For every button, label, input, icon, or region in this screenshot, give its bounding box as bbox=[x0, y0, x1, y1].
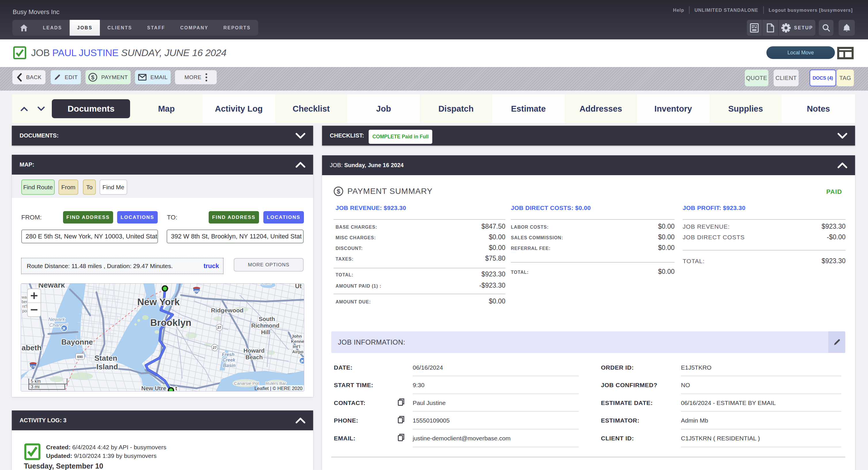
svg-text:278: 278 bbox=[31, 365, 36, 368]
svg-text:Leaflet | © HERE 2020: Leaflet | © HERE 2020 bbox=[254, 386, 303, 391]
svg-text:27: 27 bbox=[213, 346, 217, 350]
svg-text:Int'l: Int'l bbox=[293, 344, 300, 349]
svg-text:South: South bbox=[259, 316, 275, 322]
svg-text:Howard: Howard bbox=[244, 347, 265, 354]
svg-text:Ridgewood: Ridgewood bbox=[211, 307, 244, 313]
svg-text:Airpo: Airpo bbox=[292, 349, 303, 354]
svg-text:Island: Island bbox=[96, 362, 118, 371]
svg-text:Bayonne: Bayonne bbox=[61, 338, 93, 346]
svg-text:John: John bbox=[291, 334, 302, 339]
svg-text:Kenne: Kenne bbox=[291, 339, 304, 344]
svg-text:Newark: Newark bbox=[38, 283, 65, 289]
svg-text:5 km: 5 km bbox=[31, 379, 41, 384]
svg-text:Ut: Ut bbox=[295, 283, 302, 290]
svg-text:Brooklyn: Brooklyn bbox=[150, 317, 191, 328]
svg-text:$: $ bbox=[91, 74, 94, 80]
svg-text:3 mi: 3 mi bbox=[31, 384, 39, 389]
svg-text:New Utre: New Utre bbox=[141, 385, 166, 392]
svg-text:Basin: Basin bbox=[223, 363, 236, 368]
svg-text:Richmond: Richmond bbox=[251, 323, 279, 329]
svg-text:abeth: abeth bbox=[22, 343, 41, 352]
svg-text:Rulers Bar: Rulers Bar bbox=[266, 381, 286, 386]
svg-text:Fresh: Fresh bbox=[222, 352, 235, 357]
svg-text:t: t bbox=[175, 385, 177, 392]
svg-text:Canarsie Pol: Canarsie Pol bbox=[234, 381, 259, 386]
svg-text:Staten: Staten bbox=[94, 354, 117, 362]
svg-text:New York: New York bbox=[137, 297, 180, 307]
svg-text:$: $ bbox=[337, 188, 340, 195]
svg-text:27: 27 bbox=[217, 326, 221, 330]
svg-text:Hill: Hill bbox=[261, 329, 270, 335]
svg-text:Beach: Beach bbox=[246, 354, 263, 360]
svg-text:Lake: Lake bbox=[262, 283, 272, 286]
svg-text:Newark: Newark bbox=[48, 317, 65, 322]
svg-text:690: 690 bbox=[77, 355, 83, 359]
svg-text:nt'l: nt'l bbox=[22, 304, 27, 309]
svg-text:Creek: Creek bbox=[222, 358, 236, 362]
svg-text:495: 495 bbox=[194, 290, 199, 293]
